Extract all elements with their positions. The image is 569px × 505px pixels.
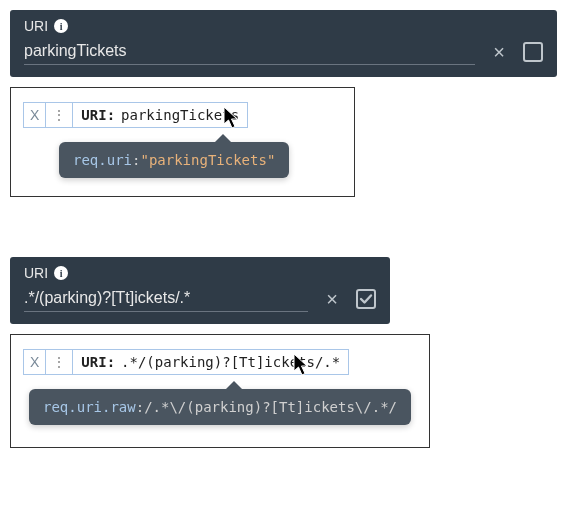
panel-title: URI: [24, 265, 48, 281]
result-chip-card: X ⋮ URI: .*/(parking)?[Tt]ickets/.* req.…: [10, 334, 430, 448]
regex-toggle-checkbox[interactable]: [356, 289, 376, 309]
query-tooltip: req.uri.raw:/.*\/(parking)?[Tt]ickets\/.…: [29, 389, 411, 425]
filter-chip: X ⋮ URI: parkingTickets: [23, 102, 248, 128]
panel-header: URI i: [24, 265, 376, 281]
chip-body[interactable]: URI: parkingTickets: [73, 103, 247, 127]
example-plain: URI i × X ⋮ URI: parkingTickets req.uri:…: [10, 10, 559, 197]
uri-input[interactable]: [24, 38, 475, 65]
tooltip-regex: /.*\/(parking)?[Tt]ickets\/.*/: [144, 399, 397, 415]
chip-remove-icon[interactable]: X: [24, 350, 46, 374]
chip-drag-icon[interactable]: ⋮: [46, 103, 73, 127]
result-chip-card: X ⋮ URI: parkingTickets req.uri:"parking…: [10, 87, 355, 197]
uri-filter-panel: URI i ×: [10, 257, 390, 324]
chip-drag-icon[interactable]: ⋮: [46, 350, 73, 374]
uri-input[interactable]: [24, 285, 308, 312]
chip-body[interactable]: URI: .*/(parking)?[Tt]ickets/.*: [73, 350, 348, 374]
panel-title: URI: [24, 18, 48, 34]
tooltip-key: req.uri.raw: [43, 399, 136, 415]
tooltip-literal: "parkingTickets": [140, 152, 275, 168]
regex-toggle-checkbox[interactable]: [523, 42, 543, 62]
check-icon: [359, 292, 373, 306]
uri-filter-panel: URI i ×: [10, 10, 557, 77]
chip-remove-icon[interactable]: X: [24, 103, 46, 127]
example-regex: URI i × X ⋮ URI: .*/(parking)?[Tt]ickets…: [10, 257, 559, 448]
panel-header: URI i: [24, 18, 543, 34]
input-row: ×: [24, 285, 376, 312]
clear-input-icon[interactable]: ×: [322, 289, 342, 309]
filter-chip: X ⋮ URI: .*/(parking)?[Tt]ickets/.*: [23, 349, 349, 375]
chip-value: .*/(parking)?[Tt]ickets/.*: [121, 354, 340, 370]
clear-input-icon[interactable]: ×: [489, 42, 509, 62]
chip-key: URI:: [81, 107, 115, 123]
input-row: ×: [24, 38, 543, 65]
info-icon[interactable]: i: [54, 19, 68, 33]
query-tooltip: req.uri:"parkingTickets": [59, 142, 289, 178]
info-icon[interactable]: i: [54, 266, 68, 280]
tooltip-op: :: [136, 399, 144, 415]
chip-value: parkingTickets: [121, 107, 239, 123]
tooltip-key: req.uri: [73, 152, 132, 168]
chip-key: URI:: [81, 354, 115, 370]
